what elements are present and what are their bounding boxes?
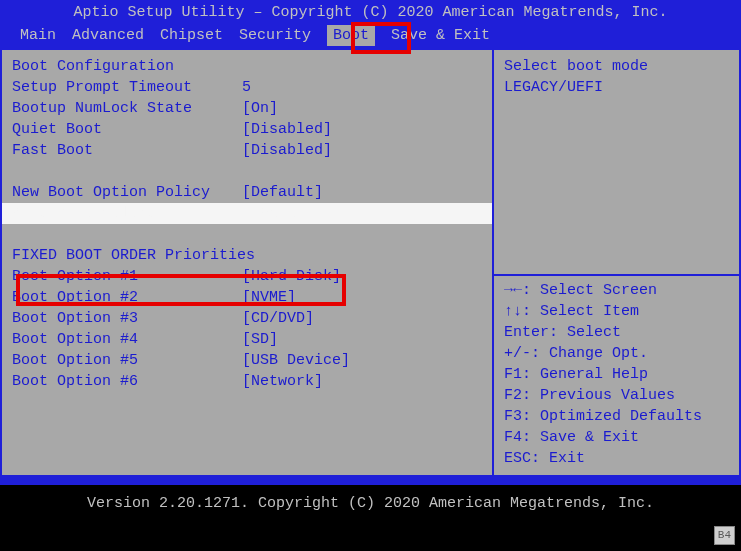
setting-label: New Boot Option Policy (12, 182, 242, 203)
help-key-select-item: ↑↓: Select Item (504, 301, 729, 322)
bios-title: Aptio Setup Utility – Copyright (C) 2020… (0, 0, 741, 24)
setting-value: [CD/DVD] (242, 308, 314, 329)
menu-tab-boot[interactable]: Boot (327, 25, 375, 46)
help-panel: Select boot mode LEGACY/UEFI →←: Select … (494, 50, 741, 475)
help-key-esc: ESC: Exit (504, 448, 729, 469)
help-key-f2: F2: Previous Values (504, 385, 729, 406)
setting-label: Boot mode select (12, 203, 242, 224)
setting-label: Boot Option #5 (12, 350, 242, 371)
setting-label: Boot Option #4 (12, 329, 242, 350)
setting-bootup-numlock-state[interactable]: Bootup NumLock State [On] (12, 98, 482, 119)
setting-value: 5 (242, 77, 251, 98)
setting-label: Boot Option #3 (12, 308, 242, 329)
setting-label: Boot Option #2 (12, 287, 242, 308)
setting-label: Boot Option #6 (12, 371, 242, 392)
setting-setup-prompt-timeout[interactable]: Setup Prompt Timeout 5 (12, 77, 482, 98)
setting-quiet-boot[interactable]: Quiet Boot [Disabled] (12, 119, 482, 140)
setting-fast-boot[interactable]: Fast Boot [Disabled] (12, 140, 482, 161)
section-boot-configuration: Boot Configuration (12, 56, 482, 77)
setting-boot-option-1[interactable]: Boot Option #1 [Hard Disk] (12, 266, 482, 287)
setting-new-boot-option-policy[interactable]: New Boot Option Policy [Default] (12, 182, 482, 203)
setting-value: [Hard Disk] (242, 266, 341, 287)
setting-label: Boot Option #1 (12, 266, 242, 287)
setting-value: [USB Device] (242, 350, 350, 371)
settings-panel: Boot Configuration Setup Prompt Timeout … (0, 50, 494, 475)
divider (494, 274, 739, 276)
help-key-change-opt: +/-: Change Opt. (504, 343, 729, 364)
setting-label: Bootup NumLock State (12, 98, 242, 119)
help-text-line: Select boot mode (504, 56, 729, 77)
menu-tab-main[interactable]: Main (20, 25, 56, 46)
menu-tab-chipset[interactable]: Chipset (160, 25, 223, 46)
setting-value: [On] (242, 98, 278, 119)
setting-value: [Default] (242, 182, 323, 203)
menu-tab-save-exit[interactable]: Save & Exit (391, 25, 490, 46)
setting-boot-option-2[interactable]: Boot Option #2 [NVME] (12, 287, 482, 308)
setting-label: Setup Prompt Timeout (12, 77, 242, 98)
setting-value: [LEGACY] (242, 203, 314, 224)
setting-boot-option-6[interactable]: Boot Option #6 [Network] (12, 371, 482, 392)
help-key-f3: F3: Optimized Defaults (504, 406, 729, 427)
setting-value: [Disabled] (242, 119, 332, 140)
setting-boot-option-3[interactable]: Boot Option #3 [CD/DVD] (12, 308, 482, 329)
setting-boot-option-4[interactable]: Boot Option #4 [SD] (12, 329, 482, 350)
help-key-enter: Enter: Select (504, 322, 729, 343)
footer-bar (0, 477, 741, 485)
corner-badge: B4 (714, 526, 735, 545)
section-fixed-boot-order: FIXED BOOT ORDER Priorities (12, 245, 482, 266)
help-key-select-screen: →←: Select Screen (504, 280, 729, 301)
setting-boot-option-5[interactable]: Boot Option #5 [USB Device] (12, 350, 482, 371)
setting-value: [SD] (242, 329, 278, 350)
setting-label: Fast Boot (12, 140, 242, 161)
version-footer: Version 2.20.1271. Copyright (C) 2020 Am… (0, 485, 741, 514)
setting-boot-mode-select[interactable]: Boot mode select [LEGACY] (2, 203, 492, 224)
setting-value: [Disabled] (242, 140, 332, 161)
menu-tab-advanced[interactable]: Advanced (72, 25, 144, 46)
setting-value: [Network] (242, 371, 323, 392)
menu-bar: Main Advanced Chipset Security Boot Save… (0, 24, 741, 48)
help-key-f1: F1: General Help (504, 364, 729, 385)
setting-label: Quiet Boot (12, 119, 242, 140)
menu-tab-security[interactable]: Security (239, 25, 311, 46)
help-key-f4: F4: Save & Exit (504, 427, 729, 448)
setting-value: [NVME] (242, 287, 296, 308)
help-text-line: LEGACY/UEFI (504, 77, 729, 98)
